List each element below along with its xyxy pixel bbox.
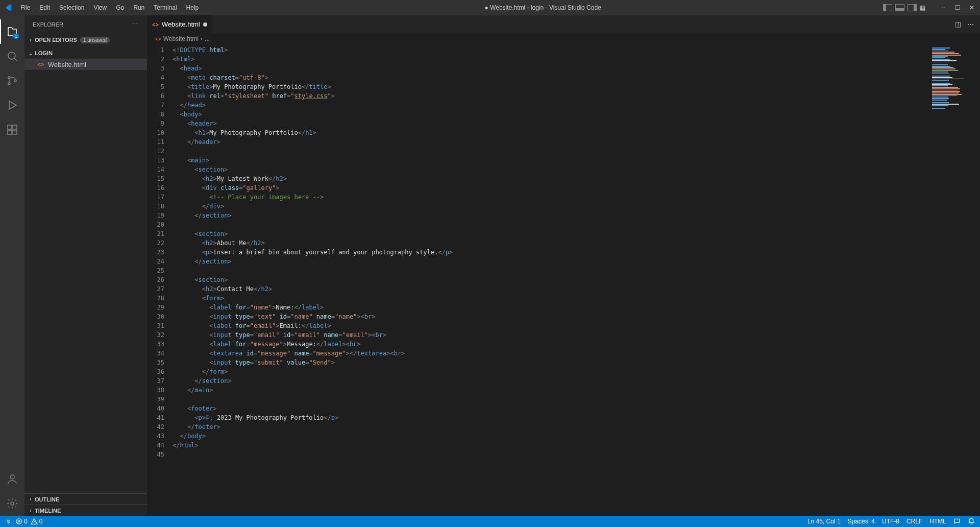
menu-run[interactable]: Run [129,2,149,13]
editor-area: <> Website.html ◫ ⋯ <> Website.html › ..… [147,15,980,516]
chevron-down-icon: ⌄ [27,51,35,56]
title-bar: File Edit Selection View Go Run Terminal… [0,0,980,15]
svg-rect-5 [13,125,17,129]
file-item[interactable]: <> Website.html [24,59,147,70]
menu-terminal[interactable]: Terminal [150,2,181,13]
toggle-panel-icon[interactable] [895,4,904,11]
explorer-badge: 1 [13,34,19,39]
svg-rect-7 [13,130,17,134]
menu-edit[interactable]: Edit [35,2,54,13]
vscode-logo-icon [4,4,12,12]
status-bar: 0 0 Ln 45, Col 1 Spaces: 4 UTF-8 CRLF HT… [0,516,980,527]
minimize-button[interactable]: ─ [939,4,947,12]
tab-more-icon[interactable]: ⋯ [967,20,975,28]
minimap[interactable] [929,44,980,516]
feedback-icon[interactable] [953,518,961,525]
breadcrumb[interactable]: <> Website.html › ... [147,33,980,44]
sidebar-more-icon[interactable]: ⋯ [132,21,139,28]
timeline-header[interactable]: › TIMELINE [24,505,147,516]
menu-selection[interactable]: Selection [55,2,88,13]
svg-rect-6 [8,130,12,134]
sidebar: EXPLORER ⋯ › OPEN EDITORS 1 unsaved ⌄ LO… [24,15,147,516]
editor-body[interactable]: 1234567891011121314151617181920212223242… [147,44,980,516]
settings-activity-icon[interactable] [0,491,24,516]
minimap-preview [932,47,977,109]
close-button[interactable]: ✕ [968,4,976,12]
unsaved-badge: 1 unsaved [80,37,110,43]
sidebar-title: EXPLORER [33,21,63,28]
language-mode[interactable]: HTML [929,518,946,525]
search-activity-icon[interactable] [0,44,24,68]
menu-go[interactable]: Go [112,2,128,13]
svg-point-8 [10,475,14,479]
tabs-row: <> Website.html ◫ ⋯ [147,15,980,33]
errors-indicator[interactable]: 0 [15,518,28,525]
svg-point-9 [11,502,14,505]
cursor-position[interactable]: Ln 45, Col 1 [807,518,841,525]
warnings-indicator[interactable]: 0 [31,518,43,525]
customize-layout-icon[interactable]: ▦ [920,4,929,11]
folder-header[interactable]: ⌄ LOGIN [24,47,147,59]
html-file-icon: <> [152,21,159,28]
activity-bar: 1 [0,15,24,516]
explorer-activity-icon[interactable]: 1 [0,19,24,44]
menu-help[interactable]: Help [182,2,203,13]
menu-view[interactable]: View [89,2,111,13]
source-control-activity-icon[interactable] [0,68,24,93]
window-title: ● Website.html - login - Visual Studio C… [203,4,883,11]
encoding[interactable]: UTF-8 [882,518,899,525]
outline-header[interactable]: › OUTLINE [24,493,147,505]
svg-point-1 [8,77,10,79]
svg-point-0 [8,52,15,59]
svg-rect-4 [8,125,12,129]
extensions-activity-icon[interactable] [0,117,24,142]
chevron-right-icon: › [27,37,35,43]
toggle-secondary-sidebar-icon[interactable] [908,4,917,11]
html-file-icon: <> [37,60,45,68]
svg-point-2 [8,83,10,85]
code-content[interactable]: <!DOCTYPE html><html> <head> <meta chars… [173,44,929,516]
dirty-indicator-icon [203,22,207,27]
eol[interactable]: CRLF [906,518,922,525]
menu-bar: File Edit Selection View Go Run Terminal… [16,2,203,13]
line-gutter: 1234567891011121314151617181920212223242… [147,44,173,516]
split-editor-icon[interactable]: ◫ [955,20,961,28]
editor-tab[interactable]: <> Website.html [147,15,213,33]
maximize-button[interactable]: ☐ [953,4,962,12]
svg-point-3 [14,80,16,82]
accounts-activity-icon[interactable] [0,467,24,491]
html-file-icon: <> [155,36,161,42]
chevron-right-icon: › [27,496,35,502]
open-editors-header[interactable]: › OPEN EDITORS 1 unsaved [24,34,147,45]
remote-indicator[interactable] [5,518,12,525]
toggle-primary-sidebar-icon[interactable] [883,4,892,11]
indentation[interactable]: Spaces: 4 [848,518,875,525]
run-debug-activity-icon[interactable] [0,93,24,117]
chevron-right-icon: › [27,508,35,513]
notifications-icon[interactable] [968,518,975,525]
menu-file[interactable]: File [16,2,34,13]
